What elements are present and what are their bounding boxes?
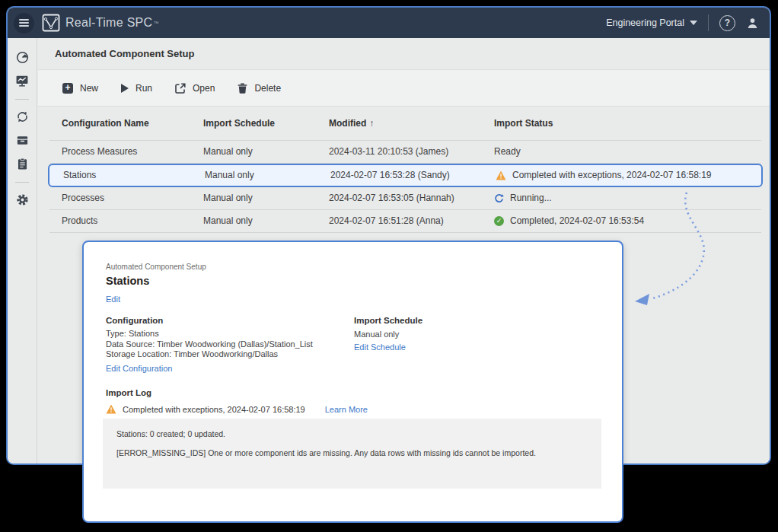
status-cell-none: Ready: [494, 146, 521, 157]
table-body: Process MeasuresManual only2024-03-11 20…: [38, 141, 770, 233]
user-button[interactable]: [746, 17, 759, 30]
config-type: Type: Stations: [106, 329, 313, 339]
settings-gear-icon[interactable]: [15, 193, 29, 206]
sync-icon[interactable]: [15, 110, 29, 123]
app-header: Real-Time SPC ™ Engineering Portal ?: [8, 8, 770, 38]
cell: 2024-02-07 16:53:05 (Hannah): [329, 193, 454, 203]
logo-chart-icon: [42, 14, 60, 32]
clipboard-icon[interactable]: [15, 157, 29, 170]
cell: Manual only: [203, 193, 253, 203]
edit-link[interactable]: Edit: [106, 295, 120, 304]
user-icon: [746, 17, 759, 30]
import-schedule-heading: Import Schedule: [354, 316, 422, 325]
header-divider: [708, 14, 709, 31]
plus-icon: +: [62, 83, 73, 94]
chevron-down-icon: [690, 21, 697, 25]
col-import-schedule[interactable]: Import Schedule: [203, 118, 275, 129]
run-button[interactable]: Run: [121, 83, 152, 94]
toolbar: + New Run Open: [38, 70, 770, 107]
warning-icon: [496, 170, 506, 180]
cell: Process Measures: [62, 146, 137, 157]
edit-configuration-link[interactable]: Edit Configuration: [106, 364, 172, 373]
app-title: Real-Time SPC: [65, 16, 152, 30]
config-data-source: Data Source: Timber Woodworking (Dallas)…: [106, 339, 313, 350]
detail-popup: Automated Component Setup Stations Edit …: [82, 241, 623, 523]
table-row-processes[interactable]: ProcessesManual only2024-02-07 16:53:05 …: [49, 187, 761, 210]
app-logo: Real-Time SPC ™: [42, 14, 158, 32]
refresh-icon: [494, 193, 504, 203]
status-cell-warning: Completed with exceptions, 2024-02-07 16…: [496, 170, 712, 180]
cell: Manual only: [203, 146, 253, 157]
import-schedule-value: Manual only: [354, 330, 399, 339]
cell: Products: [62, 215, 97, 226]
help-button[interactable]: ?: [719, 15, 735, 31]
popup-title: Stations: [106, 275, 149, 287]
learn-more-link[interactable]: Learn More: [325, 405, 368, 414]
table-header: Configuration Name Import Schedule Modif…: [49, 107, 761, 141]
configuration-details: Type: Stations Data Source: Timber Woodw…: [106, 329, 313, 360]
cell: Manual only: [205, 170, 254, 180]
help-glyph: ?: [725, 18, 730, 28]
table-row-stations[interactable]: StationsManual only2024-02-07 16:53:28 (…: [48, 164, 763, 187]
trash-icon: [238, 83, 247, 94]
import-log-status: Completed with exceptions, 2024-02-07 16…: [106, 404, 368, 414]
chart-monitor-icon[interactable]: [15, 74, 29, 88]
configuration-heading: Configuration: [106, 316, 163, 325]
import-log-heading: Import Log: [106, 388, 151, 397]
success-check-icon: ✓: [494, 216, 504, 226]
sort-ascending-icon: ↑: [369, 118, 374, 129]
portal-selector[interactable]: Engineering Portal: [606, 18, 697, 28]
cell: 2024-02-07 16:51:28 (Anna): [329, 215, 444, 226]
trademark: ™: [153, 21, 158, 26]
cell: Processes: [62, 193, 104, 203]
col-modified[interactable]: Modified↑: [329, 118, 374, 129]
cell: Stations: [63, 170, 96, 180]
open-button[interactable]: Open: [175, 83, 215, 94]
warning-icon: [106, 404, 116, 414]
portal-label: Engineering Portal: [606, 18, 684, 28]
sidebar-divider: [15, 182, 29, 183]
page-title: Automated Component Setup: [55, 48, 194, 59]
log-line: [ERROR_MISSING_IDS] One or more componen…: [116, 448, 588, 457]
dashboard-gauge-icon[interactable]: [15, 50, 29, 64]
col-configuration-name[interactable]: Configuration Name: [62, 118, 149, 129]
import-log-output: Stations: 0 created; 0 updated. [ERROR_M…: [103, 419, 601, 489]
col-import-status[interactable]: Import Status: [494, 118, 553, 129]
menu-button[interactable]: [14, 13, 34, 33]
cell: Manual only: [203, 215, 253, 226]
import-log-status-text: Completed with exceptions, 2024-02-07 16…: [123, 405, 305, 414]
storage-box-icon[interactable]: [15, 133, 29, 147]
page-title-bar: Automated Component Setup: [38, 38, 770, 70]
sidebar-divider: [15, 99, 29, 100]
log-line: Stations: 0 created; 0 updated.: [116, 429, 588, 438]
status-cell-running: Running...: [494, 193, 552, 203]
table-row-products[interactable]: ProductsManual only2024-02-07 16:51:28 (…: [49, 210, 761, 233]
popup-breadcrumb: Automated Component Setup: [106, 263, 206, 271]
table-row-process-measures[interactable]: Process MeasuresManual only2024-03-11 20…: [49, 141, 761, 164]
delete-button[interactable]: Delete: [238, 83, 281, 94]
sidebar: [8, 38, 37, 464]
screenshot-stage: Real-Time SPC ™ Engineering Portal ?: [0, 0, 778, 532]
play-icon: [121, 84, 129, 93]
open-external-icon: [175, 83, 186, 94]
status-cell-success: ✓Completed, 2024-02-07 16:53:54: [494, 215, 644, 226]
new-button[interactable]: + New: [62, 83, 98, 94]
cell: 2024-02-07 16:53:28 (Sandy): [330, 170, 450, 180]
cell: 2024-03-11 20:10:53 (James): [329, 146, 448, 157]
edit-schedule-link[interactable]: Edit Schedule: [354, 342, 406, 352]
config-storage-location: Storage Location: Timber Woodworking/Dal…: [106, 349, 313, 360]
